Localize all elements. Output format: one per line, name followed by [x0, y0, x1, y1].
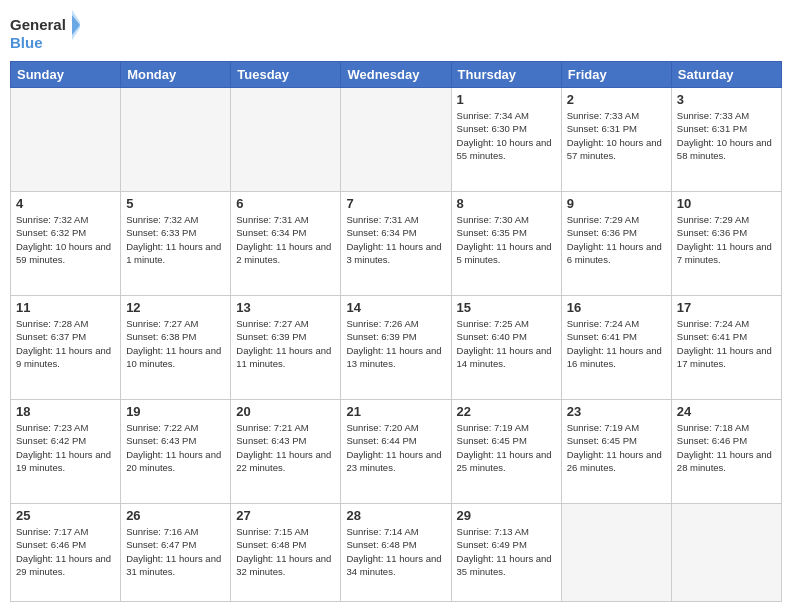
day-info: Sunrise: 7:15 AM Sunset: 6:48 PM Dayligh…: [236, 525, 335, 578]
day-number: 15: [457, 300, 556, 315]
calendar-day-cell: 22Sunrise: 7:19 AM Sunset: 6:45 PM Dayli…: [451, 400, 561, 504]
svg-text:General: General: [10, 16, 66, 33]
day-number: 16: [567, 300, 666, 315]
calendar-day-cell: 24Sunrise: 7:18 AM Sunset: 6:46 PM Dayli…: [671, 400, 781, 504]
calendar-day-cell: 11Sunrise: 7:28 AM Sunset: 6:37 PM Dayli…: [11, 296, 121, 400]
day-info: Sunrise: 7:22 AM Sunset: 6:43 PM Dayligh…: [126, 421, 225, 474]
calendar-table: SundayMondayTuesdayWednesdayThursdayFrid…: [10, 61, 782, 602]
day-info: Sunrise: 7:30 AM Sunset: 6:35 PM Dayligh…: [457, 213, 556, 266]
day-number: 13: [236, 300, 335, 315]
calendar-day-cell: 20Sunrise: 7:21 AM Sunset: 6:43 PM Dayli…: [231, 400, 341, 504]
calendar-day-cell: 26Sunrise: 7:16 AM Sunset: 6:47 PM Dayli…: [121, 504, 231, 602]
day-number: 20: [236, 404, 335, 419]
day-info: Sunrise: 7:14 AM Sunset: 6:48 PM Dayligh…: [346, 525, 445, 578]
calendar-day-cell: 4Sunrise: 7:32 AM Sunset: 6:32 PM Daylig…: [11, 192, 121, 296]
day-number: 3: [677, 92, 776, 107]
day-of-week-header: Tuesday: [231, 62, 341, 88]
calendar-day-cell: 3Sunrise: 7:33 AM Sunset: 6:31 PM Daylig…: [671, 88, 781, 192]
calendar-day-cell: 15Sunrise: 7:25 AM Sunset: 6:40 PM Dayli…: [451, 296, 561, 400]
day-number: 12: [126, 300, 225, 315]
day-number: 11: [16, 300, 115, 315]
day-number: 6: [236, 196, 335, 211]
calendar-day-cell: [561, 504, 671, 602]
calendar-day-cell: [341, 88, 451, 192]
calendar-day-cell: 17Sunrise: 7:24 AM Sunset: 6:41 PM Dayli…: [671, 296, 781, 400]
day-number: 21: [346, 404, 445, 419]
day-number: 8: [457, 196, 556, 211]
day-number: 24: [677, 404, 776, 419]
calendar-week-row: 18Sunrise: 7:23 AM Sunset: 6:42 PM Dayli…: [11, 400, 782, 504]
day-number: 9: [567, 196, 666, 211]
day-number: 1: [457, 92, 556, 107]
day-number: 4: [16, 196, 115, 211]
day-number: 19: [126, 404, 225, 419]
day-number: 2: [567, 92, 666, 107]
day-info: Sunrise: 7:28 AM Sunset: 6:37 PM Dayligh…: [16, 317, 115, 370]
day-of-week-header: Saturday: [671, 62, 781, 88]
day-info: Sunrise: 7:27 AM Sunset: 6:38 PM Dayligh…: [126, 317, 225, 370]
calendar-day-cell: 5Sunrise: 7:32 AM Sunset: 6:33 PM Daylig…: [121, 192, 231, 296]
calendar-day-cell: 18Sunrise: 7:23 AM Sunset: 6:42 PM Dayli…: [11, 400, 121, 504]
calendar-day-cell: 13Sunrise: 7:27 AM Sunset: 6:39 PM Dayli…: [231, 296, 341, 400]
calendar-day-cell: 28Sunrise: 7:14 AM Sunset: 6:48 PM Dayli…: [341, 504, 451, 602]
day-info: Sunrise: 7:32 AM Sunset: 6:33 PM Dayligh…: [126, 213, 225, 266]
day-info: Sunrise: 7:13 AM Sunset: 6:49 PM Dayligh…: [457, 525, 556, 578]
calendar-day-cell: [231, 88, 341, 192]
day-of-week-header: Monday: [121, 62, 231, 88]
day-info: Sunrise: 7:19 AM Sunset: 6:45 PM Dayligh…: [567, 421, 666, 474]
day-number: 28: [346, 508, 445, 523]
calendar-day-cell: 16Sunrise: 7:24 AM Sunset: 6:41 PM Dayli…: [561, 296, 671, 400]
calendar-day-cell: 8Sunrise: 7:30 AM Sunset: 6:35 PM Daylig…: [451, 192, 561, 296]
day-number: 10: [677, 196, 776, 211]
svg-marker-3: [72, 10, 80, 40]
day-number: 29: [457, 508, 556, 523]
day-info: Sunrise: 7:29 AM Sunset: 6:36 PM Dayligh…: [567, 213, 666, 266]
calendar-week-row: 1Sunrise: 7:34 AM Sunset: 6:30 PM Daylig…: [11, 88, 782, 192]
day-info: Sunrise: 7:16 AM Sunset: 6:47 PM Dayligh…: [126, 525, 225, 578]
calendar-day-cell: 23Sunrise: 7:19 AM Sunset: 6:45 PM Dayli…: [561, 400, 671, 504]
calendar-day-cell: 2Sunrise: 7:33 AM Sunset: 6:31 PM Daylig…: [561, 88, 671, 192]
calendar-day-cell: [121, 88, 231, 192]
calendar-day-cell: 21Sunrise: 7:20 AM Sunset: 6:44 PM Dayli…: [341, 400, 451, 504]
day-info: Sunrise: 7:20 AM Sunset: 6:44 PM Dayligh…: [346, 421, 445, 474]
day-of-week-header: Thursday: [451, 62, 561, 88]
day-number: 27: [236, 508, 335, 523]
day-of-week-header: Friday: [561, 62, 671, 88]
day-info: Sunrise: 7:33 AM Sunset: 6:31 PM Dayligh…: [677, 109, 776, 162]
calendar-day-cell: 19Sunrise: 7:22 AM Sunset: 6:43 PM Dayli…: [121, 400, 231, 504]
calendar-week-row: 25Sunrise: 7:17 AM Sunset: 6:46 PM Dayli…: [11, 504, 782, 602]
calendar-day-cell: [671, 504, 781, 602]
day-number: 25: [16, 508, 115, 523]
calendar-day-cell: 1Sunrise: 7:34 AM Sunset: 6:30 PM Daylig…: [451, 88, 561, 192]
day-number: 22: [457, 404, 556, 419]
day-info: Sunrise: 7:18 AM Sunset: 6:46 PM Dayligh…: [677, 421, 776, 474]
day-number: 7: [346, 196, 445, 211]
calendar-day-cell: 14Sunrise: 7:26 AM Sunset: 6:39 PM Dayli…: [341, 296, 451, 400]
calendar-day-cell: 12Sunrise: 7:27 AM Sunset: 6:38 PM Dayli…: [121, 296, 231, 400]
day-info: Sunrise: 7:24 AM Sunset: 6:41 PM Dayligh…: [567, 317, 666, 370]
day-info: Sunrise: 7:31 AM Sunset: 6:34 PM Dayligh…: [236, 213, 335, 266]
calendar-day-cell: 25Sunrise: 7:17 AM Sunset: 6:46 PM Dayli…: [11, 504, 121, 602]
day-number: 18: [16, 404, 115, 419]
day-info: Sunrise: 7:23 AM Sunset: 6:42 PM Dayligh…: [16, 421, 115, 474]
day-info: Sunrise: 7:32 AM Sunset: 6:32 PM Dayligh…: [16, 213, 115, 266]
calendar-day-cell: 9Sunrise: 7:29 AM Sunset: 6:36 PM Daylig…: [561, 192, 671, 296]
day-number: 17: [677, 300, 776, 315]
logo: General Blue: [10, 10, 80, 55]
day-number: 14: [346, 300, 445, 315]
day-info: Sunrise: 7:31 AM Sunset: 6:34 PM Dayligh…: [346, 213, 445, 266]
day-info: Sunrise: 7:19 AM Sunset: 6:45 PM Dayligh…: [457, 421, 556, 474]
day-info: Sunrise: 7:33 AM Sunset: 6:31 PM Dayligh…: [567, 109, 666, 162]
calendar-day-cell: 27Sunrise: 7:15 AM Sunset: 6:48 PM Dayli…: [231, 504, 341, 602]
day-of-week-header: Sunday: [11, 62, 121, 88]
calendar-header-row: SundayMondayTuesdayWednesdayThursdayFrid…: [11, 62, 782, 88]
calendar-day-cell: 10Sunrise: 7:29 AM Sunset: 6:36 PM Dayli…: [671, 192, 781, 296]
day-number: 5: [126, 196, 225, 211]
day-info: Sunrise: 7:26 AM Sunset: 6:39 PM Dayligh…: [346, 317, 445, 370]
calendar-day-cell: 7Sunrise: 7:31 AM Sunset: 6:34 PM Daylig…: [341, 192, 451, 296]
page-header: General Blue: [10, 10, 782, 55]
day-info: Sunrise: 7:24 AM Sunset: 6:41 PM Dayligh…: [677, 317, 776, 370]
day-info: Sunrise: 7:29 AM Sunset: 6:36 PM Dayligh…: [677, 213, 776, 266]
calendar-week-row: 4Sunrise: 7:32 AM Sunset: 6:32 PM Daylig…: [11, 192, 782, 296]
calendar-day-cell: [11, 88, 121, 192]
